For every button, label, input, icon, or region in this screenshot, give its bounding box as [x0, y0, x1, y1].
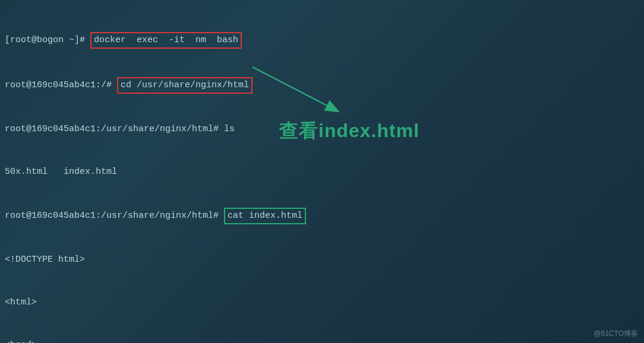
output-line-4: 50x.html index.html	[5, 165, 639, 179]
terminal-output[interactable]: [root@bogon ~]# docker exec -it nm bash …	[5, 4, 639, 343]
prompt-line-2: root@169c045ab4c1:/# cd /usr/share/nginx…	[5, 77, 639, 94]
annotation-label: 查看index.html	[279, 116, 419, 146]
prompt-2: root@169c045ab4c1:/#	[5, 80, 117, 90]
watermark-text: @51CTO博客	[594, 328, 638, 339]
command-2-highlighted: cd /usr/share/nginx/html	[117, 77, 252, 94]
prompt-5: root@169c045ab4c1:/usr/share/nginx/html#	[5, 211, 224, 221]
command-5-highlighted: cat index.html	[224, 208, 306, 224]
prompt-line-1: [root@bogon ~]# docker exec -it nm bash	[5, 32, 639, 49]
prompt-line-5: root@169c045ab4c1:/usr/share/nginx/html#…	[5, 208, 639, 224]
output-line-6: <!DOCTYPE html>	[5, 253, 639, 267]
prompt-1: [root@bogon ~]#	[5, 35, 90, 45]
output-line-8: <head>	[5, 338, 639, 343]
output-line-7: <html>	[5, 296, 639, 310]
command-1-highlighted: docker exec -it nm bash	[90, 32, 242, 49]
